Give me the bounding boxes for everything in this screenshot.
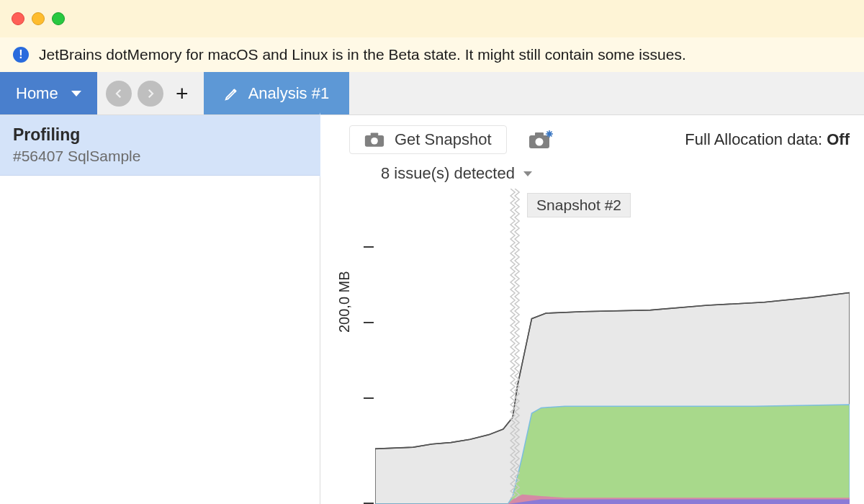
- y-axis-label: 200,0 MB: [336, 271, 353, 333]
- nav-buttons: +: [97, 72, 204, 114]
- analysis-tab-label: Analysis #1: [248, 84, 330, 103]
- alloc-value: Off: [827, 130, 850, 148]
- beta-banner: ! JetBrains dotMemory for macOS and Linu…: [0, 37, 864, 72]
- nav-back-button[interactable]: [106, 81, 132, 107]
- dropdown-icon: [71, 91, 81, 96]
- chart-svg: [375, 189, 850, 504]
- svg-point-6: [547, 132, 552, 136]
- sidebar: Profiling #56407 SqlSample: [0, 115, 320, 504]
- issues-label: 8 issue(s) detected: [381, 164, 515, 183]
- allocation-data-label: Full Allocation data: Off: [685, 130, 850, 149]
- profiling-title: Profiling: [13, 125, 307, 145]
- main: Profiling #56407 SqlSample Get Snapshot: [0, 115, 864, 504]
- memory-chart[interactable]: 200,0 MB Snapshot #2: [349, 189, 850, 504]
- analysis-tab[interactable]: Analysis #1: [204, 72, 350, 114]
- minimize-window-button[interactable]: [32, 12, 45, 25]
- sidebar-item-profiling[interactable]: Profiling #56407 SqlSample: [0, 115, 320, 176]
- maximize-window-button[interactable]: [52, 12, 65, 25]
- svg-rect-1: [371, 132, 379, 136]
- alloc-prefix: Full Allocation data:: [685, 130, 827, 148]
- axis-tick: [364, 322, 374, 323]
- issues-dropdown[interactable]: 8 issue(s) detected: [349, 164, 850, 183]
- camera-icon: [364, 132, 384, 148]
- close-window-button[interactable]: [12, 12, 24, 25]
- svg-point-2: [371, 138, 378, 145]
- svg-rect-4: [535, 132, 544, 137]
- toolbar: Get Snapshot Full Allocation data: Off: [349, 125, 850, 154]
- camera-gear-icon: [528, 130, 553, 149]
- content: Get Snapshot Full Allocation data: Off 8: [320, 115, 864, 504]
- get-snapshot-button[interactable]: Get Snapshot: [349, 125, 507, 154]
- chevron-down-icon: [523, 171, 532, 176]
- profiling-subtitle: #56407 SqlSample: [13, 148, 307, 165]
- pencil-icon: [224, 86, 240, 102]
- add-tab-button[interactable]: +: [169, 81, 195, 107]
- home-tab-label: Home: [16, 84, 58, 103]
- axis-tick: [364, 397, 374, 399]
- titlebar: [0, 0, 864, 37]
- snapshot-settings-button[interactable]: [528, 130, 553, 149]
- info-icon: !: [13, 47, 29, 63]
- axis-tick: [364, 246, 374, 248]
- svg-point-5: [535, 138, 543, 146]
- tabbar: Home + Analysis #1: [0, 72, 864, 115]
- home-tab[interactable]: Home: [0, 72, 97, 114]
- banner-text: JetBrains dotMemory for macOS and Linux …: [39, 46, 686, 63]
- nav-forward-button[interactable]: [138, 81, 163, 107]
- get-snapshot-label: Get Snapshot: [395, 130, 492, 149]
